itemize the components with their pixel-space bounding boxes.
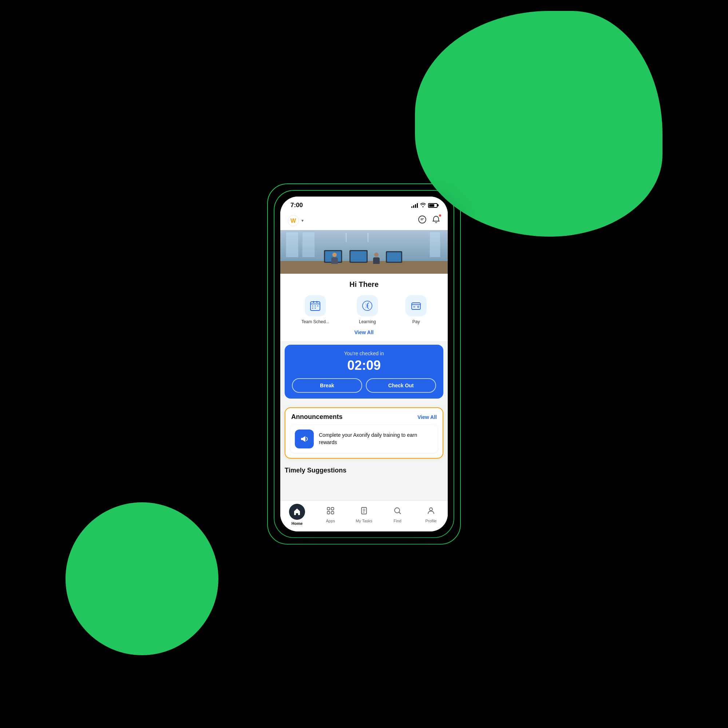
svg-rect-9	[312, 307, 314, 309]
nav-my-tasks[interactable]: My Tasks	[353, 506, 375, 523]
svg-rect-12	[412, 303, 421, 309]
suggestions-section: Timely Suggestions	[280, 464, 448, 477]
svg-point-21	[430, 508, 433, 511]
bottom-nav: Home Apps	[280, 500, 448, 531]
bell-icon[interactable]	[432, 215, 440, 226]
svg-rect-6	[312, 305, 314, 306]
team-schedule-icon-wrap	[305, 295, 326, 316]
announcement-icon	[295, 430, 314, 448]
svg-rect-7	[315, 305, 316, 306]
learning-label: Learning	[359, 319, 376, 324]
announcement-text: Complete your Axonify daily training to …	[319, 432, 433, 446]
pay-icon	[410, 300, 422, 312]
svg-rect-16	[331, 508, 334, 510]
announcements-card: Announcements View All Complete your Axo…	[284, 407, 444, 459]
announcements-title: Announcements	[291, 413, 343, 421]
background-blob-bottom	[66, 502, 219, 655]
main-content: Hi There	[280, 274, 448, 500]
tasks-icon	[359, 506, 369, 517]
pay-action[interactable]: Pay	[405, 295, 427, 324]
header-icons	[418, 215, 440, 226]
team-schedule-action[interactable]: Team Sched...	[301, 295, 329, 324]
nav-apps[interactable]: Apps	[320, 506, 341, 523]
nav-profile[interactable]: Profile	[420, 506, 442, 523]
phone-frame: 7:00	[280, 197, 448, 531]
signal-icon	[411, 203, 418, 208]
wifi-icon	[420, 202, 426, 209]
pay-label: Pay	[412, 319, 420, 324]
svg-rect-17	[327, 511, 330, 514]
announcements-header: Announcements View All	[291, 413, 437, 421]
hero-image	[280, 230, 448, 274]
svg-text:W: W	[291, 218, 296, 224]
nav-home-label: Home	[292, 521, 303, 526]
learning-icon-wrap	[357, 295, 378, 316]
status-icons	[411, 202, 437, 209]
logo-area[interactable]: W ▾	[288, 215, 304, 226]
hi-there-section: Hi There	[280, 274, 448, 341]
checkin-time: 02:09	[292, 358, 436, 373]
status-bar: 7:00	[280, 197, 448, 212]
phone-screen: 7:00	[280, 197, 448, 531]
home-icon	[289, 504, 305, 520]
battery-icon	[428, 203, 437, 208]
learning-icon	[361, 300, 373, 312]
nav-tasks-label: My Tasks	[356, 519, 372, 523]
workday-logo: W	[288, 215, 299, 226]
break-button[interactable]: Break	[292, 378, 362, 393]
announcement-item[interactable]: Complete your Axonify daily training to …	[291, 425, 437, 453]
announcements-section: Announcements View All Complete your Axo…	[280, 402, 448, 464]
svg-rect-8	[317, 305, 318, 306]
svg-rect-4	[313, 301, 314, 303]
nav-find[interactable]: Find	[387, 506, 408, 523]
svg-point-2	[419, 216, 426, 223]
svg-rect-13	[413, 306, 415, 307]
nav-apps-label: Apps	[326, 519, 335, 523]
svg-rect-10	[315, 307, 316, 309]
svg-rect-15	[327, 508, 330, 510]
suggestions-title: Timely Suggestions	[284, 466, 444, 474]
status-time: 7:00	[291, 202, 303, 209]
svg-rect-18	[331, 511, 334, 514]
background-blob-top	[415, 11, 662, 237]
pay-icon-wrap	[405, 295, 427, 316]
svg-rect-5	[316, 301, 317, 303]
nav-profile-label: Profile	[425, 519, 436, 523]
chevron-down-icon[interactable]: ▾	[301, 218, 304, 223]
nav-home[interactable]: Home	[286, 504, 308, 526]
checkout-button[interactable]: Check Out	[366, 378, 436, 393]
find-icon	[393, 506, 402, 517]
greeting-title: Hi There	[288, 280, 440, 289]
apps-icon	[326, 506, 335, 517]
checkin-card: You're checked in 02:09 Break Check Out	[284, 345, 444, 399]
checkin-buttons: Break Check Out	[292, 378, 436, 393]
checkin-label: You're checked in	[292, 350, 436, 356]
learning-action[interactable]: Learning	[357, 295, 378, 324]
profile-icon	[427, 506, 435, 517]
calendar-icon	[309, 300, 321, 312]
announcements-view-all[interactable]: View All	[418, 414, 437, 420]
app-header: W ▾	[280, 212, 448, 230]
notification-dot	[439, 214, 442, 217]
quick-actions: Team Sched... Learning	[288, 295, 440, 324]
team-schedule-label: Team Sched...	[301, 319, 329, 324]
chat-icon[interactable]	[418, 215, 427, 226]
nav-find-label: Find	[393, 519, 401, 523]
view-all-link[interactable]: View All	[288, 329, 440, 335]
